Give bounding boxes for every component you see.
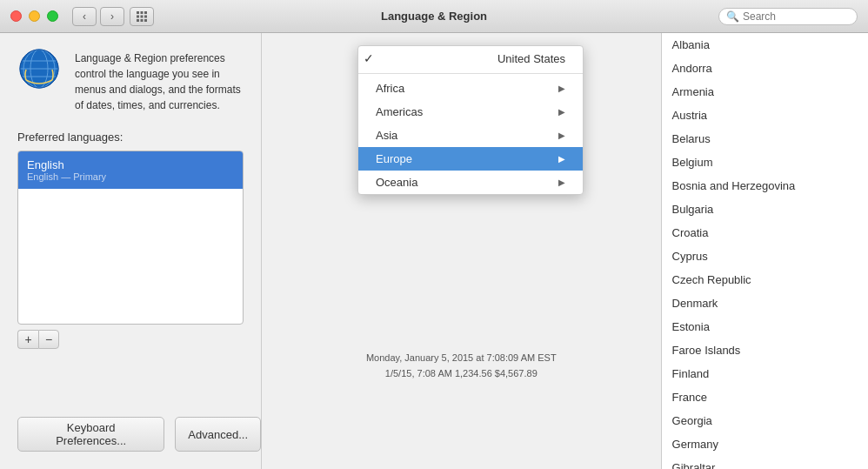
country-item[interactable]: Croatia	[662, 221, 868, 245]
language-item-english[interactable]: English English — Primary	[18, 151, 243, 189]
menu-item-asia[interactable]: Asia ▶	[358, 124, 583, 147]
forward-button[interactable]: ›	[100, 7, 124, 26]
search-box[interactable]: 🔍	[718, 8, 858, 25]
preview-line2: 1/5/15, 7:08 AM 1,234.56 $4,567.89	[279, 365, 644, 382]
country-item[interactable]: Gibraltar	[662, 456, 868, 469]
submenu-arrow-americas: ▶	[558, 107, 565, 117]
search-input[interactable]	[743, 10, 847, 23]
menu-divider	[358, 73, 583, 74]
language-sub: English — Primary	[27, 171, 234, 182]
advanced-button[interactable]: Advanced...	[175, 417, 261, 452]
menu-item-label-americas: Americas	[376, 105, 423, 118]
country-item[interactable]: Faroe Islands	[662, 338, 868, 362]
country-item[interactable]: Finland	[662, 362, 868, 385]
traffic-lights	[10, 10, 58, 22]
menu-item-label-africa: Africa	[376, 82, 404, 95]
menu-item-label-asia: Asia	[376, 129, 397, 142]
titlebar: ‹ › Language & Region 🔍	[0, 0, 868, 33]
country-item[interactable]: Germany	[662, 432, 868, 456]
preferred-languages-label: Preferred languages:	[17, 131, 244, 144]
close-button[interactable]	[10, 10, 22, 22]
country-item[interactable]: Bosnia and Herzegovina	[662, 174, 868, 198]
bottom-buttons: Keyboard Preferences... Advanced...	[17, 417, 261, 452]
main-content: Language & Region preferences control th…	[0, 33, 868, 469]
svg-rect-8	[144, 19, 147, 22]
country-list[interactable]: AlbaniaAndorraArmeniaAustriaBelarusBelgi…	[661, 33, 868, 469]
preview-line1: Monday, January 5, 2015 at 7:08:09 AM ES…	[279, 350, 644, 366]
menu-item-label-europe: Europe	[376, 152, 412, 165]
language-name: English	[27, 158, 234, 171]
language-list: English English — Primary	[17, 151, 244, 325]
globe-icon	[17, 47, 61, 90]
header-description: Language & Region preferences control th…	[75, 47, 244, 113]
menu-item-americas[interactable]: Americas ▶	[358, 100, 583, 124]
country-item[interactable]: Andorra	[662, 57, 868, 80]
country-item[interactable]: Cyprus	[662, 245, 868, 268]
country-item[interactable]: Czech Republic	[662, 268, 868, 291]
svg-rect-4	[141, 15, 144, 17]
menu-item-africa[interactable]: Africa ▶	[358, 77, 583, 100]
back-button[interactable]: ‹	[72, 7, 97, 26]
grid-button[interactable]	[130, 7, 154, 26]
menu-item-united-states[interactable]: ✓ United States	[358, 46, 583, 70]
header-section: Language & Region preferences control th…	[17, 47, 244, 113]
nav-buttons: ‹ ›	[72, 7, 124, 26]
country-item[interactable]: Austria	[662, 104, 868, 127]
window-title: Language & Region	[381, 10, 487, 23]
svg-rect-5	[144, 15, 147, 17]
country-item[interactable]: France	[662, 385, 868, 409]
country-item[interactable]: Georgia	[662, 409, 868, 432]
preview-text: Monday, January 5, 2015 at 7:08:09 AM ES…	[279, 350, 644, 382]
submenu-arrow-oceania: ▶	[558, 178, 565, 187]
country-item[interactable]: Belgium	[662, 151, 868, 174]
menu-item-label-united-states: United States	[497, 52, 565, 65]
left-panel: Language & Region preferences control th…	[0, 33, 261, 469]
region-dropdown-menu: ✓ United States Africa ▶ Americas ▶ Asia…	[357, 45, 584, 195]
keyboard-preferences-button[interactable]: Keyboard Preferences...	[17, 417, 164, 452]
submenu-arrow-europe: ▶	[558, 154, 565, 164]
checkmark-icon: ✓	[364, 51, 374, 65]
country-item[interactable]: Estonia	[662, 315, 868, 338]
svg-rect-2	[144, 11, 147, 14]
country-item[interactable]: Armenia	[662, 80, 868, 104]
menu-item-europe[interactable]: Europe ▶	[358, 147, 583, 171]
add-language-button[interactable]: +	[17, 330, 38, 349]
menu-item-label-oceania: Oceania	[376, 176, 417, 189]
country-item[interactable]: Belarus	[662, 127, 868, 151]
svg-rect-7	[141, 19, 144, 22]
svg-rect-0	[137, 11, 139, 14]
country-item[interactable]: Denmark	[662, 291, 868, 315]
maximize-button[interactable]	[47, 10, 58, 22]
svg-rect-6	[137, 19, 139, 22]
country-item[interactable]: Albania	[662, 33, 868, 57]
country-item[interactable]: Bulgaria	[662, 198, 868, 221]
minimize-button[interactable]	[29, 10, 40, 22]
search-icon: 🔍	[726, 10, 739, 23]
menu-item-oceania[interactable]: Oceania ▶	[358, 171, 583, 194]
remove-language-button[interactable]: −	[38, 330, 59, 349]
right-panel: ✓ United States Africa ▶ Americas ▶ Asia…	[261, 33, 661, 469]
submenu-arrow-africa: ▶	[558, 84, 565, 93]
submenu-arrow-asia: ▶	[558, 131, 565, 140]
svg-rect-3	[137, 15, 139, 17]
list-controls: + −	[17, 330, 244, 349]
svg-rect-1	[141, 11, 144, 14]
